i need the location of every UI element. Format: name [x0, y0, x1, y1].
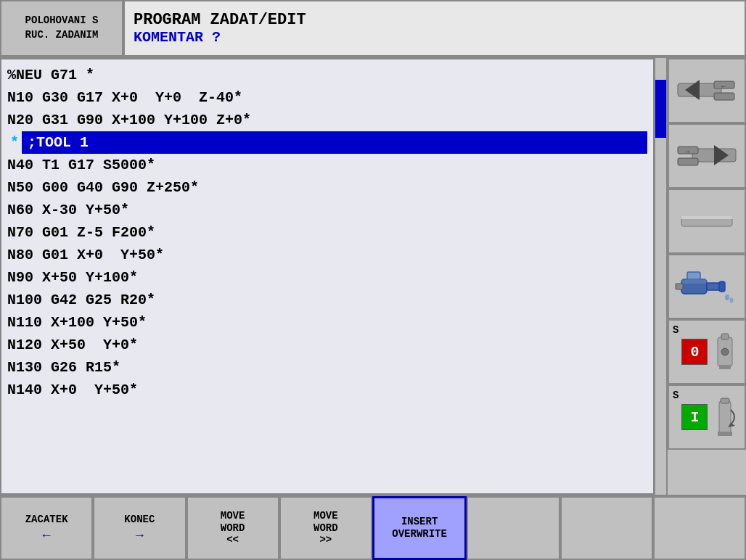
svg-rect-14: [719, 281, 725, 292]
svg-rect-11: [681, 216, 732, 219]
svg-rect-7: [678, 158, 698, 165]
toolbar-empty-2: [560, 496, 653, 560]
s-value-red: 0: [681, 339, 708, 365]
svg-text:→: →: [685, 148, 689, 156]
code-line-13[interactable]: N120 X+50 Y+0*: [7, 334, 647, 356]
svg-text:←: ←: [721, 83, 726, 91]
konec-icon: →: [136, 528, 144, 543]
zacatek-label: ZACATEK: [25, 514, 68, 526]
code-line-3[interactable]: N20 G31 G90 X+100 Y+100 Z+0*: [7, 109, 647, 131]
faucet-icon: [674, 261, 739, 312]
header-left: POLOHOVANI S RUC. ZADANIM: [0, 0, 123, 57]
toolbar-empty-1: [467, 496, 560, 560]
insert-overwrite-button[interactable]: INSERTOVERWRITE: [372, 496, 467, 560]
svg-point-23: [721, 348, 729, 355]
code-line-8[interactable]: N70 G01 Z-5 F200*: [7, 221, 647, 244]
svg-point-16: [725, 295, 729, 300]
code-line-7[interactable]: N60 X-30 Y+50*: [7, 199, 647, 221]
arrow-left-tool-icon: ←: [674, 65, 739, 116]
header-subtitle: KOMENTAR ?: [134, 29, 736, 46]
konec-label: KONEC: [124, 514, 155, 526]
sidebar-btn-3[interactable]: [668, 189, 746, 254]
s-value-green: I: [681, 404, 708, 430]
arrow-right-tool-icon: →: [674, 131, 739, 181]
zacatek-icon: ←: [43, 528, 51, 543]
s-label-green: S: [673, 390, 679, 401]
code-line-4[interactable]: *;TOOL 1: [7, 131, 647, 154]
scrollbar[interactable]: [655, 58, 666, 495]
svg-rect-19: [681, 279, 707, 284]
header-left-text: POLOHOVANI S RUC. ZADANIM: [25, 14, 99, 42]
svg-rect-21: [721, 334, 729, 339]
code-line-14[interactable]: N130 G26 R15*: [7, 356, 647, 379]
konec-button[interactable]: KONEC →: [93, 496, 186, 560]
s-red-tool-icon: [710, 330, 739, 374]
svg-rect-15: [687, 272, 700, 279]
s-green-tool-icon: [710, 395, 739, 439]
code-line-9[interactable]: N80 G01 X+0 Y+50*: [7, 244, 647, 266]
svg-rect-2: [714, 93, 734, 100]
s-label-red: S: [673, 324, 679, 336]
svg-rect-25: [721, 398, 729, 403]
sidebar-btn-4[interactable]: [668, 254, 746, 319]
s-indicator-red[interactable]: S 0: [668, 319, 746, 384]
move-word-next-label: MOVEWORD>>: [313, 510, 338, 546]
header-title: PROGRAM ZADAT/EDIT: [134, 11, 736, 29]
sidebar-btn-1[interactable]: ←: [668, 58, 746, 123]
line-content: ;TOOL 1: [25, 131, 647, 154]
pipe-icon: [674, 196, 739, 247]
code-line-12[interactable]: N110 X+100 Y+50*: [7, 311, 647, 334]
move-word-prev-button[interactable]: MOVEWORD<<: [186, 496, 279, 560]
svg-marker-6: [714, 145, 729, 165]
move-word-prev-label: MOVEWORD<<: [221, 510, 245, 546]
code-line-15[interactable]: N140 X+0 Y+50*: [7, 379, 647, 401]
code-line-11[interactable]: N100 G42 G25 R20*: [7, 289, 647, 311]
svg-marker-1: [685, 80, 700, 100]
insert-overwrite-label: INSERTOVERWRITE: [392, 516, 447, 540]
toolbar-empty-3: [653, 496, 746, 560]
header-right: PROGRAM ZADAT/EDIT KOMENTAR ?: [123, 0, 746, 57]
line-asterisk: *: [7, 131, 22, 154]
svg-rect-26: [718, 432, 732, 436]
svg-rect-24: [719, 401, 731, 433]
svg-point-17: [730, 298, 734, 303]
code-line-5[interactable]: N40 T1 G17 S5000*: [7, 154, 647, 176]
s-indicator-green[interactable]: S I: [668, 384, 746, 450]
content-area: %NEU G71 *N10 G30 G17 X+0 Y+0 Z-40*N20 G…: [0, 58, 746, 495]
bottom-toolbar: ZACATEK ← KONEC → MOVEWORD<< MOVEWORD>> …: [0, 495, 746, 560]
code-line-1[interactable]: %NEU G71 *: [7, 64, 647, 86]
main-container: POLOHOVANI S RUC. ZADANIM PROGRAM ZADAT/…: [0, 0, 746, 560]
code-line-10[interactable]: N90 X+50 Y+100*: [7, 266, 647, 289]
right-sidebar: ← →: [666, 58, 746, 495]
move-word-next-button[interactable]: MOVEWORD>>: [279, 496, 372, 560]
scrollbar-thumb[interactable]: [655, 80, 666, 138]
code-line-2[interactable]: N10 G30 G17 X+0 Y+0 Z-40*: [7, 86, 647, 109]
header: POLOHOVANI S RUC. ZADANIM PROGRAM ZADAT/…: [0, 0, 746, 58]
code-editor[interactable]: %NEU G71 *N10 G30 G17 X+0 Y+0 Z-40*N20 G…: [0, 58, 655, 495]
svg-rect-22: [719, 365, 731, 369]
zacatek-button[interactable]: ZACATEK ←: [0, 496, 93, 560]
sidebar-btn-2[interactable]: →: [668, 123, 746, 189]
code-line-6[interactable]: N50 G00 G40 G90 Z+250*: [7, 176, 647, 199]
svg-rect-18: [676, 284, 683, 289]
